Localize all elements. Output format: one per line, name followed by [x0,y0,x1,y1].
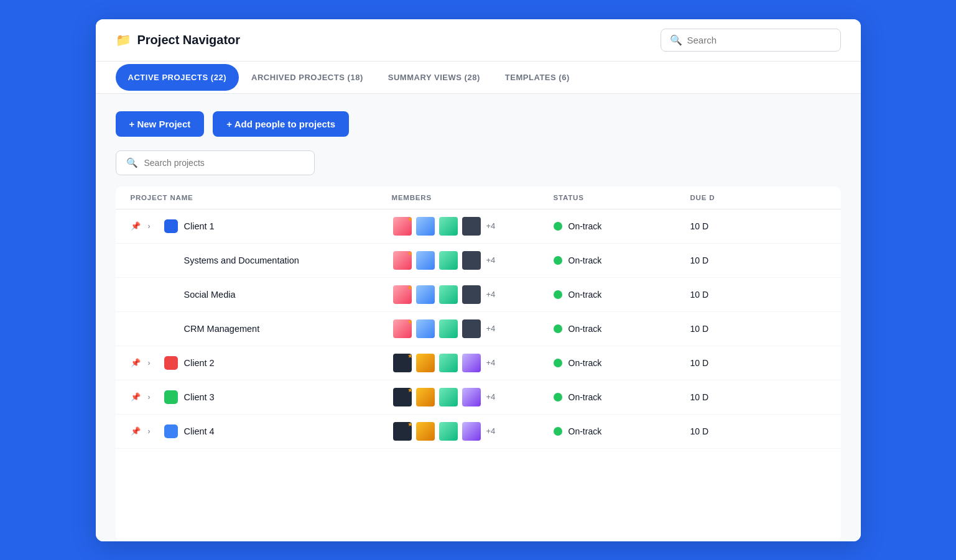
tab-active-projects[interactable]: ACTIVE PROJECTS (22) [116,64,239,91]
avatar [461,387,482,408]
project-cell: CRM Management [131,324,392,334]
status-text: On-track [568,290,602,300]
member-count: +4 [486,324,496,333]
due-date: 10 D [690,426,753,436]
members-cell: ★+4 [392,250,554,271]
header-search-input[interactable] [687,35,832,45]
star-badge: ★ [407,318,413,325]
status-text: On-track [568,358,602,368]
avatar: ★ [392,216,413,237]
members-cell: ★+4 [392,216,554,237]
header: 📁 Project Navigator 🔍 [96,19,861,62]
search-projects-row: 🔍 [116,150,841,175]
members-cell: ★+4 [392,421,554,442]
new-project-button[interactable]: + New Project [116,111,205,137]
project-cell: Social Media [131,290,392,300]
chevron-icon[interactable]: › [148,427,158,436]
member-count: +4 [486,255,496,265]
star-badge: ★ [407,421,413,428]
pin-icon[interactable]: 📌 [131,221,142,231]
avatar: ★ [392,387,413,408]
status-dot [554,393,562,402]
project-name: Systems and Documentation [184,255,299,265]
main-panel: 📁 Project Navigator 🔍 ACTIVE PROJECTS (2… [96,19,861,541]
pin-icon[interactable]: 📌 [131,358,142,367]
avatar [438,250,459,271]
avatar [438,284,459,305]
status-cell: On-track [554,255,690,265]
avatar [461,421,482,442]
pin-icon[interactable]: 📌 [131,392,142,402]
star-badge: ★ [407,387,413,393]
avatar [415,250,436,271]
col-members: MEMBERS [392,194,554,201]
status-cell: On-track [554,392,690,402]
member-count: +4 [486,221,496,231]
table-header: PROJECT NAME MEMBERS STATUS DUE D [116,186,841,209]
table-row: 📌›Client 3★+4On-track10 D [116,380,841,415]
status-dot [554,359,562,367]
chevron-icon[interactable]: › [148,222,158,231]
members-cell: ★+4 [392,387,554,408]
search-projects-box[interactable]: 🔍 [116,150,315,175]
status-dot [554,324,562,333]
avatar [415,284,436,305]
header-search-box[interactable]: 🔍 [661,29,841,52]
chevron-icon[interactable]: › [148,393,158,402]
table-body: 📌›Client 1★+4On-track10 DSystems and Doc… [116,209,841,541]
star-badge: ★ [407,352,413,359]
star-badge: ★ [407,216,413,223]
project-cell: 📌›Client 1 [131,219,392,233]
col-due: DUE D [690,194,753,201]
avatar [461,284,482,305]
col-project-name: PROJECT NAME [131,194,392,201]
project-color-square [164,356,178,370]
project-color-square [164,425,178,438]
due-date: 10 D [690,290,753,300]
chevron-icon[interactable]: › [148,359,158,367]
content-area: + New Project + Add people to projects 🔍… [96,94,861,541]
avatar [461,250,482,271]
avatar: ★ [392,250,413,271]
search-projects-input[interactable] [144,158,304,168]
status-dot [554,290,562,299]
tab-templates[interactable]: TEMPLATES (6) [493,64,582,91]
due-date: 10 D [690,358,753,368]
star-badge: ★ [407,284,413,291]
tab-summary-views[interactable]: SUMMARY VIEWS (28) [376,64,493,91]
project-cell: Systems and Documentation [131,255,392,265]
member-count: +4 [486,392,496,402]
avatar: ★ [392,318,413,339]
table-row: Systems and Documentation★+4On-track10 D [116,244,841,278]
avatar [438,421,459,442]
avatar: ★ [392,421,413,442]
tab-archived-projects[interactable]: ARCHIVED PROJECTS (18) [239,64,376,91]
avatar [438,352,459,374]
avatar [461,352,482,374]
project-name: Client 1 [184,221,215,231]
project-name: CRM Management [184,324,260,334]
pin-icon[interactable]: 📌 [131,426,142,436]
status-text: On-track [568,324,602,334]
status-text: On-track [568,221,602,231]
avatar [461,216,482,237]
status-text: On-track [568,255,602,265]
project-cell: 📌›Client 3 [131,390,392,404]
status-cell: On-track [554,358,690,368]
due-date: 10 D [690,221,753,231]
add-people-button[interactable]: + Add people to projects [213,111,349,137]
app-title: Project Navigator [137,33,241,47]
member-count: +4 [486,426,496,436]
tabs-bar: ACTIVE PROJECTS (22) ARCHIVED PROJECTS (… [96,62,861,94]
due-date: 10 D [690,324,753,334]
avatar [415,318,436,339]
members-cell: ★+4 [392,352,554,374]
col-status: STATUS [554,194,690,201]
status-dot [554,427,562,436]
status-dot [554,222,562,231]
folder-icon: 📁 [116,32,131,47]
due-date: 10 D [690,255,753,265]
avatar [415,352,436,374]
project-color-square [164,390,178,404]
table-row: 📌›Client 4★+4On-track10 D [116,415,841,449]
